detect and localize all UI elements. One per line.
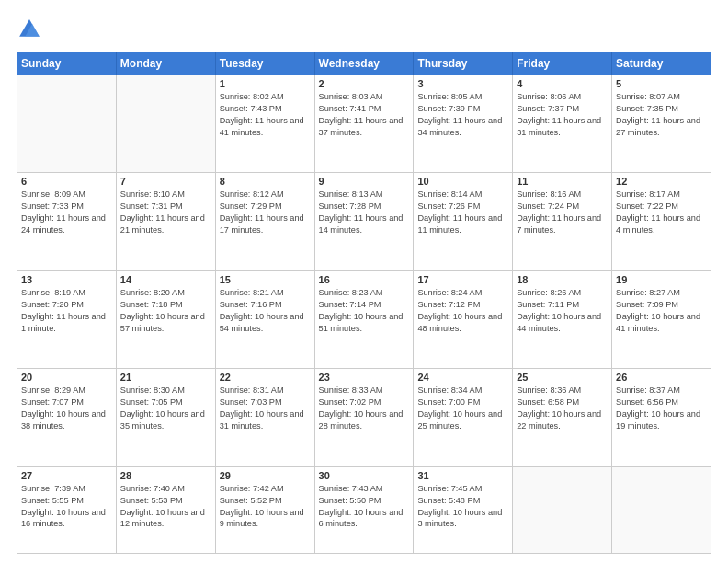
- day-number: 17: [417, 274, 508, 285]
- weekday-header-monday: Monday: [116, 52, 215, 75]
- day-number: 25: [517, 372, 608, 383]
- day-number: 11: [517, 176, 608, 187]
- day-number: 2: [319, 78, 410, 89]
- calendar-cell: [612, 466, 711, 553]
- day-number: 19: [616, 274, 707, 285]
- day-info: Sunrise: 8:36 AMSunset: 6:58 PMDaylight:…: [517, 385, 608, 432]
- calendar-week-4: 20Sunrise: 8:29 AMSunset: 7:07 PMDayligh…: [17, 369, 711, 466]
- day-number: 7: [120, 176, 211, 187]
- calendar-week-2: 6Sunrise: 8:09 AMSunset: 7:33 PMDaylight…: [17, 173, 711, 270]
- day-info: Sunrise: 7:42 AMSunset: 5:52 PMDaylight:…: [220, 483, 311, 531]
- day-number: 20: [21, 372, 112, 383]
- day-number: 30: [319, 470, 410, 481]
- calendar-cell: 29Sunrise: 7:42 AMSunset: 5:52 PMDayligh…: [215, 466, 314, 553]
- day-number: 12: [616, 176, 707, 187]
- day-number: 18: [517, 274, 608, 285]
- calendar-cell: 31Sunrise: 7:45 AMSunset: 5:48 PMDayligh…: [414, 466, 513, 553]
- day-info: Sunrise: 7:39 AMSunset: 5:55 PMDaylight:…: [21, 483, 112, 531]
- day-number: 23: [319, 372, 410, 383]
- day-number: 8: [220, 176, 311, 187]
- calendar-cell: 22Sunrise: 8:31 AMSunset: 7:03 PMDayligh…: [215, 369, 314, 466]
- weekday-header-thursday: Thursday: [414, 52, 513, 75]
- day-info: Sunrise: 8:26 AMSunset: 7:11 PMDaylight:…: [517, 287, 608, 335]
- day-number: 24: [417, 372, 508, 383]
- weekday-header-friday: Friday: [513, 52, 612, 75]
- calendar-cell: 23Sunrise: 8:33 AMSunset: 7:02 PMDayligh…: [314, 369, 414, 466]
- calendar-cell: 14Sunrise: 8:20 AMSunset: 7:18 PMDayligh…: [116, 270, 215, 368]
- calendar-cell: [513, 466, 612, 553]
- day-info: Sunrise: 8:31 AMSunset: 7:03 PMDaylight:…: [220, 385, 311, 432]
- weekday-header-tuesday: Tuesday: [215, 52, 314, 75]
- day-number: 26: [616, 372, 707, 383]
- day-info: Sunrise: 8:23 AMSunset: 7:14 PMDaylight:…: [319, 287, 410, 335]
- day-number: 1: [220, 78, 311, 89]
- day-number: 31: [417, 470, 508, 481]
- day-info: Sunrise: 8:29 AMSunset: 7:07 PMDaylight:…: [21, 385, 112, 432]
- weekday-header-row: SundayMondayTuesdayWednesdayThursdayFrid…: [17, 52, 711, 75]
- day-info: Sunrise: 7:45 AMSunset: 5:48 PMDaylight:…: [417, 483, 508, 531]
- day-info: Sunrise: 8:14 AMSunset: 7:26 PMDaylight:…: [417, 189, 508, 236]
- day-info: Sunrise: 8:02 AMSunset: 7:43 PMDaylight:…: [220, 91, 311, 139]
- day-number: 15: [220, 274, 311, 285]
- calendar-cell: 18Sunrise: 8:26 AMSunset: 7:11 PMDayligh…: [513, 270, 612, 368]
- day-number: 28: [120, 470, 211, 481]
- calendar-cell: 1Sunrise: 8:02 AMSunset: 7:43 PMDaylight…: [215, 75, 314, 173]
- day-info: Sunrise: 8:33 AMSunset: 7:02 PMDaylight:…: [319, 385, 410, 432]
- day-info: Sunrise: 8:06 AMSunset: 7:37 PMDaylight:…: [517, 91, 608, 139]
- day-number: 3: [417, 78, 508, 89]
- calendar-cell: 5Sunrise: 8:07 AMSunset: 7:35 PMDaylight…: [612, 75, 711, 173]
- day-number: 21: [120, 372, 211, 383]
- day-info: Sunrise: 8:37 AMSunset: 6:56 PMDaylight:…: [616, 385, 707, 432]
- day-number: 27: [21, 470, 112, 481]
- day-info: Sunrise: 8:24 AMSunset: 7:12 PMDaylight:…: [417, 287, 508, 335]
- day-info: Sunrise: 8:16 AMSunset: 7:24 PMDaylight:…: [517, 189, 608, 236]
- calendar-cell: 4Sunrise: 8:06 AMSunset: 7:37 PMDaylight…: [513, 75, 612, 173]
- calendar-cell: 8Sunrise: 8:12 AMSunset: 7:29 PMDaylight…: [215, 173, 314, 270]
- calendar-cell: 26Sunrise: 8:37 AMSunset: 6:56 PMDayligh…: [612, 369, 711, 466]
- calendar-week-1: 1Sunrise: 8:02 AMSunset: 7:43 PMDaylight…: [17, 75, 711, 173]
- day-info: Sunrise: 8:07 AMSunset: 7:35 PMDaylight:…: [616, 91, 707, 139]
- day-info: Sunrise: 8:20 AMSunset: 7:18 PMDaylight:…: [120, 287, 211, 335]
- calendar-cell: 9Sunrise: 8:13 AMSunset: 7:28 PMDaylight…: [314, 173, 414, 270]
- day-info: Sunrise: 8:27 AMSunset: 7:09 PMDaylight:…: [616, 287, 707, 335]
- calendar-table: SundayMondayTuesdayWednesdayThursdayFrid…: [17, 52, 711, 554]
- calendar-cell: 21Sunrise: 8:30 AMSunset: 7:05 PMDayligh…: [116, 369, 215, 466]
- day-info: Sunrise: 8:30 AMSunset: 7:05 PMDaylight:…: [120, 385, 211, 432]
- day-info: Sunrise: 8:17 AMSunset: 7:22 PMDaylight:…: [616, 189, 707, 236]
- calendar-cell: 10Sunrise: 8:14 AMSunset: 7:26 PMDayligh…: [414, 173, 513, 270]
- day-number: 5: [616, 78, 707, 89]
- calendar-cell: [17, 75, 117, 173]
- calendar-cell: 25Sunrise: 8:36 AMSunset: 6:58 PMDayligh…: [513, 369, 612, 466]
- calendar-cell: 3Sunrise: 8:05 AMSunset: 7:39 PMDaylight…: [414, 75, 513, 173]
- day-info: Sunrise: 8:09 AMSunset: 7:33 PMDaylight:…: [21, 189, 112, 236]
- calendar-cell: 30Sunrise: 7:43 AMSunset: 5:50 PMDayligh…: [314, 466, 414, 553]
- calendar-cell: 28Sunrise: 7:40 AMSunset: 5:53 PMDayligh…: [116, 466, 215, 553]
- day-number: 29: [220, 470, 311, 481]
- day-number: 16: [319, 274, 410, 285]
- day-number: 6: [21, 176, 112, 187]
- day-info: Sunrise: 8:05 AMSunset: 7:39 PMDaylight:…: [417, 91, 508, 139]
- calendar-week-5: 27Sunrise: 7:39 AMSunset: 5:55 PMDayligh…: [17, 466, 711, 553]
- calendar-cell: 6Sunrise: 8:09 AMSunset: 7:33 PMDaylight…: [17, 173, 117, 270]
- calendar-cell: 16Sunrise: 8:23 AMSunset: 7:14 PMDayligh…: [314, 270, 414, 368]
- day-number: 13: [21, 274, 112, 285]
- day-info: Sunrise: 8:10 AMSunset: 7:31 PMDaylight:…: [120, 189, 211, 236]
- weekday-header-saturday: Saturday: [612, 52, 711, 75]
- calendar-cell: 7Sunrise: 8:10 AMSunset: 7:31 PMDaylight…: [116, 173, 215, 270]
- page-header: [17, 17, 711, 42]
- calendar-cell: [116, 75, 215, 173]
- day-info: Sunrise: 8:34 AMSunset: 7:00 PMDaylight:…: [417, 385, 508, 432]
- day-info: Sunrise: 8:12 AMSunset: 7:29 PMDaylight:…: [220, 189, 311, 236]
- calendar-cell: 24Sunrise: 8:34 AMSunset: 7:00 PMDayligh…: [414, 369, 513, 466]
- weekday-header-wednesday: Wednesday: [314, 52, 414, 75]
- calendar-cell: 15Sunrise: 8:21 AMSunset: 7:16 PMDayligh…: [215, 270, 314, 368]
- calendar-cell: 19Sunrise: 8:27 AMSunset: 7:09 PMDayligh…: [612, 270, 711, 368]
- day-info: Sunrise: 8:03 AMSunset: 7:41 PMDaylight:…: [319, 91, 410, 139]
- day-info: Sunrise: 7:43 AMSunset: 5:50 PMDaylight:…: [319, 483, 410, 531]
- day-info: Sunrise: 7:40 AMSunset: 5:53 PMDaylight:…: [120, 483, 211, 531]
- day-info: Sunrise: 8:13 AMSunset: 7:28 PMDaylight:…: [319, 189, 410, 236]
- day-number: 4: [517, 78, 608, 89]
- day-number: 14: [120, 274, 211, 285]
- day-number: 22: [220, 372, 311, 383]
- calendar-cell: 12Sunrise: 8:17 AMSunset: 7:22 PMDayligh…: [612, 173, 711, 270]
